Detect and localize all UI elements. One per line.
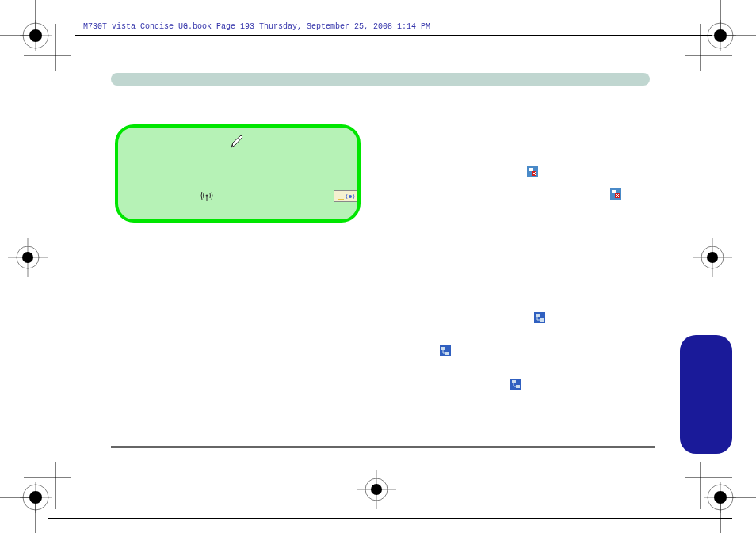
side-tab: [680, 335, 732, 454]
svg-rect-71: [512, 380, 516, 383]
svg-rect-55: [612, 190, 616, 193]
crop-mark-bl: [0, 462, 71, 533]
crop-mark-br: [685, 462, 756, 533]
network-disconnected-icon: [527, 166, 538, 177]
wlan-switch-icon: [334, 190, 357, 202]
page-footer-rule: [48, 518, 732, 519]
svg-rect-46: [338, 199, 344, 200]
svg-point-47: [349, 195, 352, 198]
crop-mark-mr: [685, 230, 756, 301]
footer-rule: [111, 446, 655, 448]
header-rule: [75, 35, 712, 36]
network-disconnected-icon: [610, 188, 621, 200]
network-connected-icon: [510, 379, 521, 390]
book-page-header: M730T vista Concise UG.book Page 193 Thu…: [83, 22, 430, 31]
section-header-bar: [111, 73, 650, 86]
crop-mark-tl: [0, 0, 71, 71]
antenna-icon: [200, 190, 213, 204]
svg-rect-49: [529, 168, 533, 171]
crop-mark-tr: [685, 0, 756, 71]
network-connected-icon: [440, 345, 451, 356]
pen-icon: [230, 135, 244, 152]
crop-mark-ml: [0, 230, 71, 301]
crop-mark-bc: [349, 462, 420, 533]
svg-rect-66: [441, 347, 445, 350]
network-connected-icon: [534, 312, 545, 323]
svg-rect-61: [536, 314, 540, 317]
